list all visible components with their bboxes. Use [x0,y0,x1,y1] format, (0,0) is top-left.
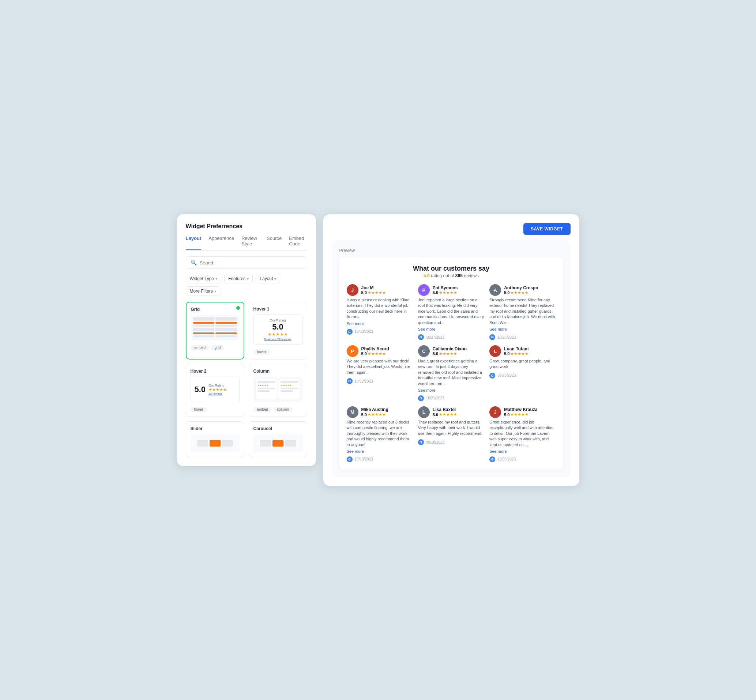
review-header: LLisa Baxter5.0 ★★★★★ [418,406,484,418]
tag-grid: grid [211,345,225,350]
carousel-preview [253,434,303,452]
preview-heading: What our customers say [347,265,556,272]
review-footer: G10/26/2023 [489,334,556,340]
reviewer-name: Anthony Crespo [504,285,538,291]
right-panel: SAVE WIDGET Preview What our customers s… [323,214,579,486]
widget-card-column[interactable]: Column ★★★★★ ★★★★★ [249,364,307,417]
google-icon: G [347,378,353,384]
hover2-reviews-link[interactable]: 22 reviews [208,392,227,395]
carousel-dot-3 [285,440,296,447]
reviewer-info: Joe M5.0 ★★★★★ [361,285,386,295]
slider-dot-2 [209,440,220,447]
reviewer-info: Mike Austing5.0 ★★★★★ [361,407,389,417]
review-text: Had a great experience gettting a new ro… [418,358,484,387]
avatar: P [418,284,430,296]
see-more-link[interactable]: See more [489,449,556,453]
review-footer: G09/18/2023 [418,439,484,445]
avatar: L [418,406,430,418]
google-icon: G [489,373,495,378]
review-text: Joni repaired a large section on a roof … [418,297,484,325]
see-more-link[interactable]: See more [418,388,484,392]
google-icon: G [347,456,353,462]
avatar: P [347,345,358,357]
reviewer-rating-value: 5.0 [361,291,367,295]
preview-subheading: 5.0 rating out of 865 reviews [347,273,556,278]
carousel-dot-2 [272,440,283,447]
slider-dot-1 [197,440,208,447]
reviewer-rating-row: 5.0 ★★★★★ [504,412,537,417]
review-card: CCalliannie Dixon5.0 ★★★★★Had a great ex… [418,345,484,401]
hover1-rating-label: Our Rating [270,319,286,322]
reviewer-name: Phyllis Acord [361,346,389,352]
reviewer-info: Lisa Baxter5.0 ★★★★★ [433,407,457,417]
tag-column: column [273,407,293,412]
avatar: A [489,284,501,296]
widget-card-title-grid: Grid [191,307,239,312]
reviewer-info: Calliannie Dixon5.0 ★★★★★ [433,346,467,356]
hover1-read-link[interactable]: Read our 22 reviews [264,338,291,341]
widget-card-hover2[interactable]: Hover 2 5.0 Our Rating ★★★★★ 22 reviews … [186,364,244,417]
layout-filter[interactable]: Layout ▾ [256,274,280,283]
grid-preview [191,315,239,341]
reviewer-stars: ★★★★★ [510,412,528,417]
preview-rating-text: rating out of [431,273,455,278]
review-date: 10/26/2023 [497,335,516,339]
reviewer-stars: ★★★★★ [439,291,457,295]
hover1-big-rating: 5.0 [272,322,283,332]
reviewer-stars: ★★★★★ [510,352,528,356]
reviewer-rating-value: 5.0 [361,352,367,356]
hover2-big-rating: 5.0 [195,385,206,394]
reviewer-name: Matthew Krauza [504,407,537,412]
reviewer-rating-row: 5.0 ★★★★★ [504,291,538,295]
tab-source[interactable]: Source [267,236,282,250]
review-date: 09/18/2023 [426,440,444,444]
hover1-stars: ★★★★★ [268,332,288,337]
reviewer-rating-row: 5.0 ★★★★★ [361,291,386,295]
reviewer-info: Matthew Krauza5.0 ★★★★★ [504,407,537,417]
reviewer-rating-row: 5.0 ★★★★★ [504,352,528,356]
google-icon: G [418,334,424,340]
review-header: LLuan Tufani5.0 ★★★★★ [489,345,556,357]
see-more-link[interactable]: See more [347,449,413,453]
tab-layout[interactable]: Layout [186,236,201,250]
reviewer-stars: ★★★★★ [367,412,386,417]
review-header: CCalliannie Dixon5.0 ★★★★★ [418,345,484,357]
widget-type-filter[interactable]: Widget Type ▾ [186,274,221,283]
tab-embed-code[interactable]: Embed Code [289,236,307,250]
see-more-link[interactable]: See more [418,327,484,331]
reviewer-name: Mike Austing [361,407,389,412]
review-header: AAnthony Crespo5.0 ★★★★★ [489,284,556,296]
review-card: PPat Symons5.0 ★★★★★Joni repaired a larg… [418,284,484,340]
tag-column-embed: embed [253,407,272,412]
features-filter[interactable]: Features ▾ [224,274,253,283]
reviewer-name: Pat Symons [433,285,458,291]
review-date: 10/21/2023 [426,396,444,400]
tag-hover2: hover [191,407,207,412]
widget-card-carousel[interactable]: Carousel [249,421,307,457]
reviewer-rating-value: 5.0 [433,412,438,417]
main-container: Widget Preferrences Layout Appearence Re… [177,214,579,486]
reviewer-info: Phyllis Acord5.0 ★★★★★ [361,346,389,356]
review-footer: G10/12/2023 [347,378,413,384]
preview-content-box: What our customers say 5.0 rating out of… [339,258,563,470]
see-more-link[interactable]: See more [489,327,556,331]
review-text: Strongly recommend Kline for any exterio… [489,297,556,325]
review-header: PPat Symons5.0 ★★★★★ [418,284,484,296]
hover1-preview: Our Rating 5.0 ★★★★★ Read our 22 reviews [253,314,303,345]
save-widget-button[interactable]: SAVE WIDGET [523,223,570,235]
widget-card-hover1[interactable]: Hover 1 Our Rating 5.0 ★★★★★ Read our 22… [249,302,307,359]
google-icon: G [489,334,495,340]
review-date: 09/20/2023 [497,373,516,377]
column-preview: ★★★★★ ★★★★★ [253,377,303,402]
see-more-link[interactable]: See more [347,322,413,326]
review-footer: G09/20/2023 [489,373,556,378]
widget-card-slider[interactable]: Slider [186,421,244,457]
reviews-grid: JJoe M5.0 ★★★★★It was a pleasure dealing… [347,284,556,462]
hover2-rating-label: Our Rating [208,384,227,387]
search-input[interactable] [200,260,303,266]
tab-review-style[interactable]: Review Style [241,236,259,250]
slider-dot-3 [222,440,233,447]
widget-card-grid[interactable]: Grid [186,302,244,359]
more-filters-filter[interactable]: More Filters ▾ [186,286,220,296]
tab-appearance[interactable]: Appearence [208,236,234,250]
